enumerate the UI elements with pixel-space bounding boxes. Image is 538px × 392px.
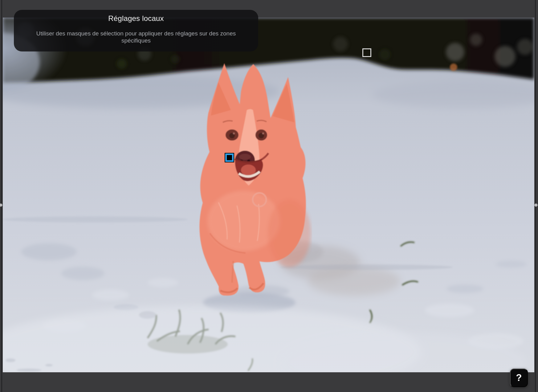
right-panel-handle[interactable] (534, 203, 538, 207)
tooltip-subtitle: Utiliser des masques de sélection pour a… (24, 30, 248, 44)
app-window: { "tooltip": { "title": "Réglages locaux… (0, 0, 538, 392)
bottom-toolbar (0, 372, 538, 392)
local-adjustments-tooltip: Réglages locaux Utiliser des masques de … (14, 10, 258, 51)
photo-corgi-snow (3, 18, 534, 372)
brush-cursor-square (225, 153, 234, 162)
photo-canvas[interactable] (3, 18, 534, 372)
left-panel-divider (1, 0, 2, 392)
mask-target-square (362, 48, 371, 57)
right-panel-divider (535, 0, 536, 392)
tooltip-title: Réglages locaux (24, 14, 248, 23)
help-button[interactable]: ? (510, 369, 528, 387)
